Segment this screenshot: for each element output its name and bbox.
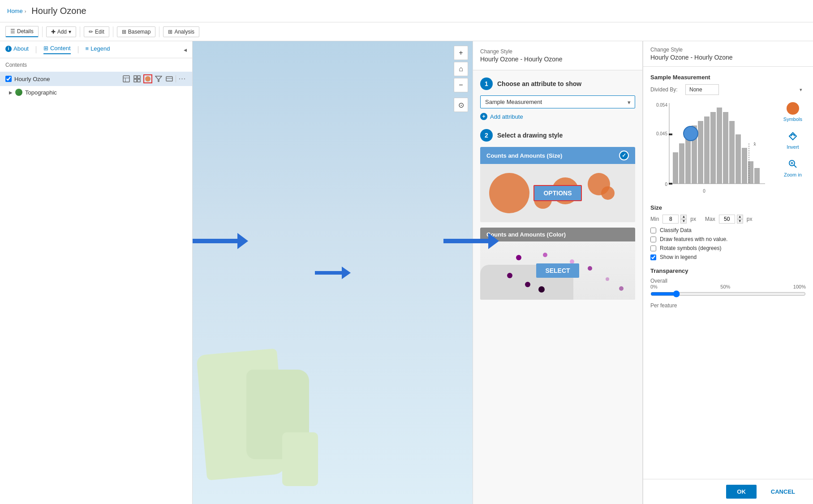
step-2-circle: 2 bbox=[480, 129, 493, 142]
size-min-up[interactable]: ▲ bbox=[680, 215, 687, 219]
size-max-up[interactable]: ▲ bbox=[737, 215, 743, 219]
tab-content[interactable]: ⊞ Content bbox=[43, 45, 71, 54]
zoom-in-label: Zoom in bbox=[784, 172, 802, 177]
analysis-button[interactable]: ⊞ Analysis bbox=[163, 26, 199, 37]
center-panel-header: Change Style Hourly Ozone - Hourly Ozone bbox=[473, 41, 642, 70]
attribute-select-wrapper: Sample Measurement bbox=[480, 95, 635, 108]
svg-rect-4 bbox=[138, 76, 140, 78]
home-map-button[interactable]: ⌂ bbox=[454, 62, 468, 76]
size-max-input[interactable] bbox=[719, 215, 735, 224]
left-panel: i About ⊞ Content ≡ Legend ◂ Contents Ho… bbox=[0, 41, 193, 504]
add-attribute[interactable]: + Add attribute bbox=[480, 113, 635, 120]
content-icon: ⊞ bbox=[43, 45, 48, 52]
svg-marker-8 bbox=[155, 76, 162, 82]
toolbar-separator-3 bbox=[113, 26, 113, 37]
card-size-title: Counts and Amounts (Size) bbox=[486, 152, 562, 159]
collapse-arrow[interactable]: ◂ bbox=[184, 46, 187, 53]
toolbar-separator-2 bbox=[80, 26, 80, 37]
size-min-spinners: ▲ ▼ bbox=[680, 215, 687, 224]
locate-button[interactable]: ⊙ bbox=[454, 98, 468, 112]
details-button[interactable]: ☰ Details bbox=[5, 26, 39, 37]
invert-tool[interactable]: Invert bbox=[787, 130, 799, 150]
edit-button[interactable]: ✏ Edit bbox=[84, 26, 109, 37]
no-value-row: Draw features with no value. bbox=[650, 236, 806, 242]
map-land-3 bbox=[282, 432, 318, 486]
svg-rect-17 bbox=[679, 143, 684, 184]
basemap-button[interactable]: ⊞ Basemap bbox=[117, 26, 156, 37]
no-value-checkbox[interactable] bbox=[650, 237, 656, 242]
center-panel-title: Hourly Ozone - Hourly Ozone bbox=[480, 56, 635, 63]
transparency-title: Transparency bbox=[650, 267, 806, 274]
size-min-input[interactable] bbox=[662, 215, 679, 224]
svg-text:x̄: x̄ bbox=[753, 142, 756, 146]
footer-buttons: OK CANCEL bbox=[643, 479, 813, 504]
page-title: Hourly Ozone bbox=[31, 6, 86, 16]
right-panel-header: Change Style Hourly Ozone - Hourly Ozone bbox=[643, 41, 813, 67]
side-tools: Symbols Invert Zoom in bbox=[780, 99, 806, 181]
topo-item[interactable]: ▶ Topographic bbox=[0, 86, 192, 99]
layer-icon-table[interactable] bbox=[122, 74, 131, 83]
svg-text:0.045: 0.045 bbox=[656, 131, 667, 136]
contents-label: Contents bbox=[0, 58, 192, 72]
add-icon: ✚ bbox=[51, 29, 56, 35]
layer-item[interactable]: Hourly Ozone ··· bbox=[0, 72, 192, 86]
layer-icon-grid[interactable] bbox=[133, 74, 142, 83]
tab-separator-1 bbox=[36, 46, 36, 53]
classify-checkbox[interactable] bbox=[650, 228, 656, 233]
symbols-icon bbox=[787, 102, 799, 115]
step-1-label: Choose an attribute to show bbox=[497, 80, 581, 87]
size-min-down[interactable]: ▼ bbox=[680, 219, 687, 224]
layer-icon-style[interactable] bbox=[143, 74, 152, 83]
step-2: 2 Select a drawing style bbox=[480, 129, 635, 142]
layer-icon-table2[interactable] bbox=[165, 74, 174, 83]
svg-rect-27 bbox=[742, 148, 747, 184]
size-max-input-group: ▲ ▼ bbox=[719, 215, 743, 224]
svg-rect-24 bbox=[723, 112, 728, 184]
invert-label: Invert bbox=[787, 144, 799, 150]
svg-rect-0 bbox=[123, 76, 129, 82]
right-panel: Change Style Hourly Ozone - Hourly Ozone… bbox=[643, 41, 813, 504]
cancel-button[interactable]: CANCEL bbox=[760, 485, 806, 499]
divided-by-select[interactable]: None Population Area bbox=[685, 84, 719, 95]
arrow-1 bbox=[315, 267, 351, 279]
zoom-in-button[interactable]: + bbox=[454, 46, 468, 60]
layer-checkbox[interactable] bbox=[5, 76, 12, 82]
legend-checkbox[interactable] bbox=[650, 254, 656, 260]
select-button[interactable]: SELECT bbox=[536, 263, 579, 278]
layer-icon-separator bbox=[176, 75, 176, 82]
zoom-out-button[interactable]: − bbox=[454, 78, 468, 92]
zoom-in-tool[interactable]: Zoom in bbox=[784, 158, 802, 177]
svg-rect-18 bbox=[685, 134, 691, 184]
map-area[interactable]: + ⌂ − ⊙ bbox=[193, 41, 473, 504]
attribute-select[interactable]: Sample Measurement bbox=[480, 95, 635, 108]
rotate-checkbox[interactable] bbox=[650, 246, 656, 251]
ok-button[interactable]: OK bbox=[726, 485, 757, 499]
card-color[interactable]: Counts and Amounts (Color) bbox=[480, 228, 635, 300]
layer-icon-filter[interactable] bbox=[154, 74, 163, 83]
center-panel-subtitle: Change Style bbox=[480, 48, 635, 55]
overall-slider[interactable] bbox=[650, 290, 806, 297]
layer-icon-more[interactable]: ··· bbox=[178, 74, 187, 83]
map-controls: + ⌂ − ⊙ bbox=[454, 46, 468, 112]
svg-rect-29 bbox=[754, 168, 760, 184]
layer-icons: ··· bbox=[122, 74, 187, 83]
tab-about[interactable]: i About bbox=[5, 45, 29, 54]
size-max-down[interactable]: ▼ bbox=[737, 219, 743, 224]
edit-icon: ✏ bbox=[89, 29, 93, 35]
svg-rect-23 bbox=[717, 108, 722, 184]
tab-legend[interactable]: ≡ Legend bbox=[86, 45, 110, 54]
svg-rect-20 bbox=[698, 121, 703, 184]
overall-label: Overall bbox=[650, 278, 806, 284]
overall-slider-container: 0% 50% 100% bbox=[650, 284, 806, 299]
add-chevron-icon: ▾ bbox=[69, 29, 71, 35]
toolbar: ☰ Details ✚ Add ▾ ✏ Edit ⊞ Basemap ⊞ Ana… bbox=[0, 22, 813, 41]
center-panel-body: 1 Choose an attribute to show Sample Mea… bbox=[473, 70, 642, 504]
right-panel-body: Sample Measurement Divided By: None Popu… bbox=[643, 67, 813, 479]
card-size[interactable]: Counts and Amounts (Size) ✓ OPTIONS bbox=[480, 147, 635, 222]
svg-rect-9 bbox=[166, 77, 172, 81]
symbols-tool[interactable]: Symbols bbox=[783, 102, 802, 122]
options-button[interactable]: OPTIONS bbox=[533, 185, 581, 201]
add-button[interactable]: ✚ Add ▾ bbox=[46, 26, 76, 37]
home-link[interactable]: Home bbox=[7, 8, 23, 14]
layer-name: Hourly Ozone bbox=[14, 76, 50, 82]
